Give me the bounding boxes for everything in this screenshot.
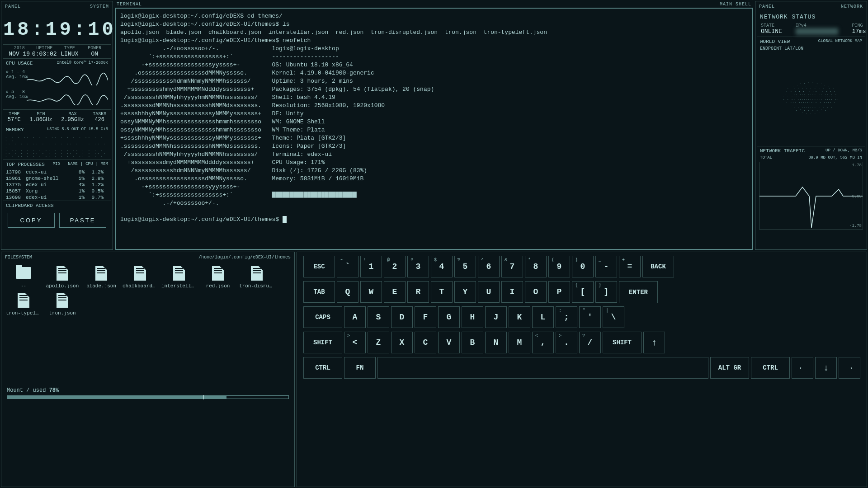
key-←[interactable]: ← (792, 357, 813, 379)
key-[[interactable]: {[ (572, 281, 594, 303)
key-caps[interactable]: CAPS (303, 306, 342, 328)
panel-label-r: PANEL (759, 4, 775, 9)
file-item[interactable]: chalkboard.json (123, 265, 158, 289)
key-`[interactable]: ~` (337, 256, 359, 277)
key-enter[interactable]: ENTER (619, 281, 658, 303)
key-c[interactable]: C (415, 332, 436, 353)
key-6[interactable]: ^6 (478, 256, 500, 277)
traffic-sub: UP / DOWN, MB/S (826, 148, 862, 154)
key-0[interactable]: )0 (572, 256, 594, 277)
file-item[interactable]: tron-typeleft.... (6, 292, 41, 316)
key-/[interactable]: ?/ (579, 332, 601, 353)
memory-usage: USING 5.5 OUT OF 15.5 GiB (47, 127, 108, 132)
key-alt gr[interactable]: ALT GR (710, 357, 749, 379)
key-9[interactable]: (9 (548, 256, 570, 277)
scale-top: 1.78 (852, 163, 862, 168)
key-b[interactable]: B (462, 332, 483, 353)
key-1[interactable]: !1 (360, 256, 382, 277)
system-panel: PANEL SYSTEM 18:19:10 2018NOV 19 UPTIME0… (1, 1, 113, 250)
paste-button[interactable]: PASTE (59, 213, 106, 228)
virtual-keyboard: ESC~`!1@2#3$4%5^6&7*8(9)0_-+=BACKTABQWER… (297, 252, 867, 487)
file-item[interactable]: blade.json (84, 265, 119, 289)
key-u[interactable]: U (478, 281, 500, 303)
globe-icon: . · ˙ ˙ · . · ˙ · · · ˙ · · · · · · · · … (779, 82, 844, 115)
key-y[interactable]: Y (454, 281, 476, 303)
key-4[interactable]: $4 (431, 256, 453, 277)
file-name: blade.json (84, 283, 119, 289)
key-p[interactable]: P (548, 281, 570, 303)
key-f[interactable]: F (415, 306, 436, 328)
key-e[interactable]: E (384, 281, 406, 303)
tasks-count: 426 (93, 117, 106, 123)
key-][interactable]: }] (595, 281, 617, 303)
key-'[interactable]: "' (579, 306, 601, 328)
key-2[interactable]: @2 (384, 256, 406, 277)
total-label: TOTAL (760, 155, 772, 160)
key-m[interactable]: M (509, 332, 530, 353)
ipv4-value: 000.000 (796, 28, 839, 35)
key-v[interactable]: V (438, 332, 460, 353)
key-shift[interactable]: SHIFT (303, 332, 342, 353)
key-fn[interactable]: FN (344, 357, 376, 379)
folder-item[interactable]: .. (6, 265, 41, 289)
filesystem-title: FILESYSTEM (5, 255, 32, 260)
key-l[interactable]: L (532, 306, 554, 328)
file-item[interactable]: interstellar.js... (161, 265, 197, 289)
key--[interactable]: _- (595, 256, 617, 277)
folder-icon (16, 267, 31, 279)
file-item[interactable]: apollo.json (45, 265, 80, 289)
col-pid: PID (53, 162, 60, 167)
key-x[interactable]: X (391, 332, 413, 353)
cpu-max: 2.05GHz (61, 117, 84, 123)
key-\[interactable]: |\ (603, 306, 624, 328)
key-5[interactable]: %5 (454, 256, 476, 277)
key-j[interactable]: J (485, 306, 507, 328)
key-=[interactable]: += (619, 256, 641, 277)
key-<[interactable]: >< (344, 332, 366, 353)
key-.[interactable]: >. (556, 332, 577, 353)
copy-button[interactable]: COPY (8, 213, 55, 228)
key-→[interactable]: → (839, 357, 860, 379)
key-,[interactable]: <, (532, 332, 554, 353)
key-s[interactable]: S (368, 306, 389, 328)
key-z[interactable]: Z (368, 332, 389, 353)
key-↓[interactable]: ↓ (815, 357, 837, 379)
key-t[interactable]: T (431, 281, 453, 303)
key-r[interactable]: R (407, 281, 429, 303)
min-label: MIN (29, 112, 52, 117)
filesystem-panel: FILESYSTEM /home/logix/.config/eDEX-UI/t… (1, 252, 295, 487)
key-q[interactable]: Q (337, 281, 359, 303)
file-icon (18, 293, 29, 308)
key-k[interactable]: K (509, 306, 530, 328)
key-3[interactable]: #3 (407, 256, 429, 277)
file-icon (95, 266, 107, 281)
key-i[interactable]: I (501, 281, 523, 303)
cpu-temp: 57°C (8, 117, 21, 123)
key-o[interactable]: O (525, 281, 547, 303)
key-8[interactable]: *8 (525, 256, 547, 277)
key-tab[interactable]: TAB (303, 281, 335, 303)
key-back[interactable]: BACK (642, 256, 674, 277)
key-ctrl[interactable]: CTRL (751, 357, 790, 379)
key-;[interactable]: :; (556, 306, 577, 328)
key-ctrl[interactable]: CTRL (303, 357, 342, 379)
worldview-sub: GLOBAL NETWORK MAP (818, 39, 862, 44)
key-n[interactable]: N (485, 332, 507, 353)
terminal[interactable]: logix@logix-desktop:~/.config/eDEX$ cd t… (115, 8, 753, 250)
process-row: 13798edex-ui8%1.2% (6, 169, 108, 175)
key-a[interactable]: A (344, 306, 366, 328)
col-cpu: CPU (85, 162, 93, 167)
key-w[interactable]: W (360, 281, 382, 303)
file-item[interactable]: tron.json (45, 292, 80, 316)
key-shift[interactable]: SHIFT (603, 332, 642, 353)
key-space[interactable] (377, 357, 708, 379)
file-item[interactable]: tron-disrupte... (239, 265, 274, 289)
key-d[interactable]: D (391, 306, 413, 328)
key-g[interactable]: G (438, 306, 460, 328)
key-h[interactable]: H (462, 306, 483, 328)
endpoint-label: ENDPOINT LAT/LON (757, 46, 865, 51)
file-item[interactable]: red.json (200, 265, 236, 289)
key-7[interactable]: &7 (501, 256, 523, 277)
key-esc[interactable]: ESC (303, 256, 335, 277)
key-↑[interactable]: ↑ (643, 332, 665, 353)
